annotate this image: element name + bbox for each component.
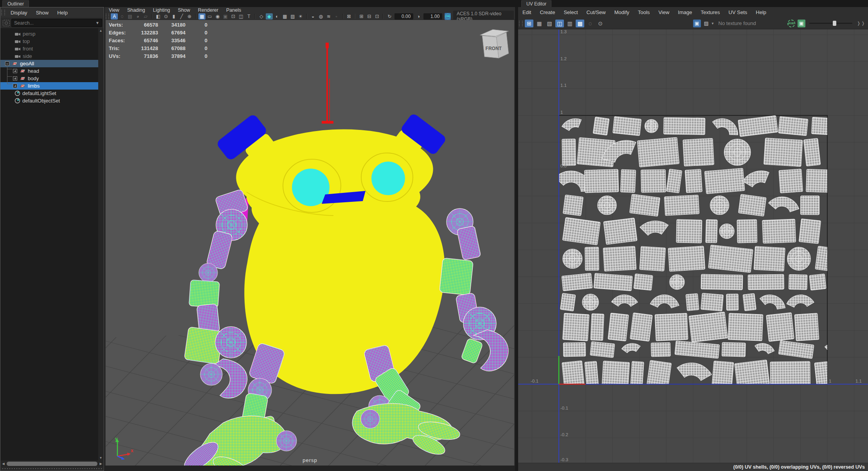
menu-viewport-view[interactable]: View (105, 7, 123, 13)
image-plane-icon[interactable]: ◫ (238, 13, 245, 20)
chevron-down-icon[interactable]: ▼ (95, 21, 99, 25)
scroll-down-icon[interactable]: ▼ (98, 455, 103, 460)
checker-icon[interactable]: ▨ (289, 13, 296, 20)
slider-knob[interactable] (833, 21, 836, 26)
grid-toggle-icon[interactable]: ▦ (198, 13, 205, 20)
menu-uv-help[interactable]: Help (751, 9, 771, 15)
material-icon[interactable]: ◐ (274, 13, 281, 20)
film-gate-icon[interactable]: ▭ (206, 13, 213, 20)
camera-lock-icon[interactable]: ⊙ (162, 13, 169, 20)
lasso-tool-icon[interactable]: ◌ (119, 13, 126, 20)
panel-resize-grip[interactable] (1, 467, 103, 470)
tile-grid-icon[interactable]: ▥ (565, 20, 574, 27)
scrollbar-handle[interactable] (7, 462, 97, 466)
pencil-icon[interactable]: ╱ (178, 13, 185, 20)
outliner-item-top[interactable]: top (0, 38, 98, 45)
rgb-channels-icon[interactable]: RGB (787, 20, 795, 27)
exposure-icon[interactable]: ↻ (386, 13, 393, 20)
outliner-vertical-scrollbar[interactable]: ▲ ▼ (98, 28, 103, 460)
tile-outline-icon[interactable]: ◫ (555, 20, 564, 27)
robot-arm-left[interactable] (184, 189, 249, 398)
menu-viewport-panels[interactable]: Panels (222, 7, 245, 13)
wireframe-icon[interactable]: ◇ (258, 13, 265, 20)
hud-toggle-icon[interactable]: T (245, 13, 252, 20)
exposure-field[interactable]: 0.00 (394, 13, 413, 20)
menu-outliner-display[interactable]: Display (6, 10, 32, 16)
view-cube[interactable]: FRONT (478, 25, 512, 65)
anti-alias-icon[interactable]: ▫ (333, 13, 340, 20)
paint-select-icon[interactable]: ▤ (126, 13, 133, 20)
robot-arm-right[interactable] (439, 258, 508, 371)
menu-uv-create[interactable]: Create (535, 9, 559, 15)
lights-icon[interactable]: ☀ (297, 13, 304, 20)
symmetry-icon[interactable]: ▱ (142, 13, 149, 20)
camera-bookmark-icon[interactable]: ▮ (170, 13, 177, 20)
isolate-select-icon[interactable]: ⊠ (346, 13, 353, 20)
shaded-icon[interactable]: ◆ (266, 13, 273, 20)
expand-plus-icon[interactable] (13, 76, 17, 81)
scroll-up-icon[interactable]: ▲ (98, 28, 103, 33)
viewport-canvas[interactable]: Verts:66578341800Edges:132283676940Faces… (106, 20, 514, 466)
uv-snapshot-camera-icon[interactable]: ⊙ (596, 20, 605, 27)
menu-uv-view[interactable]: View (654, 9, 674, 15)
checker-map-icon[interactable]: ▨ (702, 20, 710, 27)
menu-uv-tools[interactable]: Tools (634, 9, 654, 15)
outliner-item-limbs[interactable]: limbs (0, 82, 98, 90)
ambient-occlusion-icon[interactable]: ◍ (317, 13, 324, 20)
shell-selection-icon[interactable]: ▦ (535, 20, 544, 27)
image-brightness-slider[interactable] (809, 23, 852, 24)
outliner-item-side[interactable]: side (0, 52, 98, 60)
menu-outliner-help[interactable]: Help (53, 10, 72, 16)
expand-plus-icon[interactable] (13, 69, 17, 73)
menu-viewport-lighting[interactable]: Lighting (149, 7, 174, 13)
shadows-icon[interactable]: ◒ (310, 13, 317, 20)
dim-texture-icon[interactable]: ◌ (586, 20, 594, 27)
motion-blur-icon[interactable]: ≋ (325, 13, 332, 20)
menu-uv-select[interactable]: Select (559, 9, 582, 15)
expand-plus-icon[interactable] (13, 84, 17, 88)
unfold-shell-icon[interactable]: ▧ (545, 20, 554, 27)
outliner-item-front[interactable]: front (0, 45, 98, 52)
scroll-right-icon[interactable]: ▶ (98, 462, 103, 466)
menu-uv-uvsets[interactable]: UV Sets (724, 9, 752, 15)
gamma-field[interactable]: 1.00 (423, 13, 442, 20)
outliner-item-defaultlightset[interactable]: defaultLightSet (0, 90, 98, 97)
search-input[interactable]: Search... ▼ (11, 19, 102, 27)
menu-viewport-renderer[interactable]: Renderer (194, 7, 222, 13)
menu-viewport-show[interactable]: Show (174, 7, 194, 13)
textured-icon[interactable]: ▩ (281, 13, 288, 20)
filter-icon[interactable] (3, 20, 10, 26)
menu-uv-modify[interactable]: Modify (610, 9, 634, 15)
transform-handles-icon[interactable]: ⊕ (186, 13, 193, 20)
toolbar-overflow-icon[interactable]: ❭❭ (857, 21, 866, 26)
select-tool-icon[interactable]: A (111, 13, 118, 20)
expand-minus-icon[interactable] (5, 61, 9, 66)
uv-editor-canvas[interactable]: 1.31.21.110.8-0.1-0.2-0.3-0.111.1 (518, 29, 868, 463)
paste-view-icon[interactable]: ⊟ (366, 13, 373, 20)
contrast-icon[interactable]: ◑ (415, 13, 422, 20)
copy-view-icon[interactable]: ⊞ (358, 13, 365, 20)
uv-shells[interactable] (555, 115, 845, 388)
camera-select-icon[interactable]: ◧ (155, 13, 162, 20)
outliner-item-geoall[interactable]: geoAll (0, 60, 98, 67)
outliner-item-body[interactable]: body (0, 75, 98, 82)
color-managed-toggle[interactable]: ON (445, 13, 451, 20)
tab-outliner[interactable]: Outliner (2, 0, 29, 7)
scroll-left-icon[interactable]: ◀ (1, 462, 6, 466)
resolution-gate-icon[interactable]: ◉ (214, 13, 221, 20)
outliner-item-persp[interactable]: persp (0, 30, 98, 38)
outliner-horizontal-scrollbar[interactable]: ◀ ▶ (1, 460, 103, 467)
menu-uv-cutsew[interactable]: Cut/Sew (582, 9, 610, 15)
menu-uv-image[interactable]: Image (674, 9, 696, 15)
menu-viewport-shading[interactable]: Shading (123, 7, 149, 13)
menu-outliner-show[interactable]: Show (32, 10, 53, 16)
gate-mask-icon[interactable]: ▣ (222, 13, 229, 20)
menu-uv-edit[interactable]: Edit (518, 9, 535, 15)
uv-distortion-icon[interactable]: ⊞ (525, 20, 533, 27)
menu-uv-textures[interactable]: Textures (696, 9, 724, 15)
outliner-item-head[interactable]: head (0, 67, 98, 75)
select-highlight-icon[interactable]: ◕ (134, 13, 141, 20)
tab-uv-editor[interactable]: UV Editor (521, 0, 551, 7)
texture-display-icon[interactable]: ▣ (693, 20, 701, 27)
image-ratio-icon[interactable]: ▣ (798, 20, 805, 27)
